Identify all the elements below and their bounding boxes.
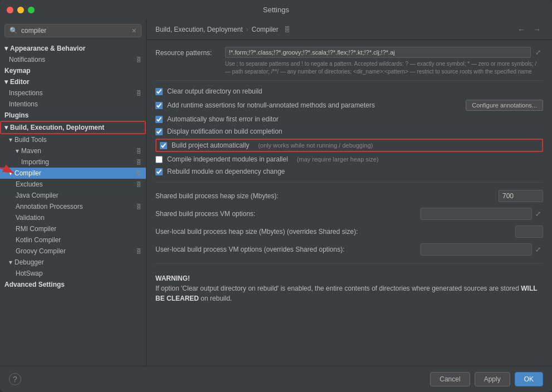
sidebar-item-label: Plugins [4,111,28,119]
divider-1 [155,80,543,81]
sidebar-item-compiler[interactable]: ▾ Compiler 🗄 [0,168,146,179]
sidebar-item-label: Debugger [14,258,44,266]
sidebar-item-importing[interactable]: Importing 🗄 [0,156,146,168]
compile-parallel-note: (may require larger heap size) [297,156,379,163]
sidebar-item-label: Notifications [9,56,45,63]
sidebar-item-keymap[interactable]: Keymap [0,65,146,76]
local-heap-input[interactable] [515,226,543,238]
breadcrumb-icon: 🗄 [284,26,290,33]
cancel-button[interactable]: Cancel [430,372,470,386]
vm-options-label: Shared build process VM options: [155,210,415,218]
local-heap-label: User-local build process heap size (Mbyt… [155,228,510,236]
local-vm-expand-button[interactable]: ⤢ [533,244,543,254]
sidebar-item-notifications[interactable]: Notifications 🗄 [0,54,146,65]
sidebar-item-debugger[interactable]: ▾ Debugger [0,257,146,268]
sidebar-item-label: Keymap [4,67,31,75]
checkbox-display-notification: Display notification on build completion [155,125,543,138]
resource-patterns-input[interactable] [225,47,531,58]
forward-button[interactable]: → [531,25,543,34]
expand-button[interactable]: ⤢ [533,47,543,57]
sidebar-item-intentions[interactable]: Intentions [0,99,146,110]
vm-options-input[interactable] [421,208,532,220]
apply-button[interactable]: Apply [475,372,510,386]
sidebar-item-excludes[interactable]: Excludes 🗄 [0,179,146,190]
sidebar-item-label: Intentions [9,100,38,108]
checkbox-compile-parallel-input[interactable] [155,156,163,163]
sidebar-item-bed[interactable]: ▾ Build, Execution, Deployment [0,121,146,134]
checkbox-add-assertions-label: Add runtime assertions for notnull-annot… [167,101,375,109]
checkbox-build-auto-input[interactable] [160,142,167,149]
repo-icon: 🗄 [136,182,141,188]
sidebar-item-label: Editor [10,78,30,86]
build-auto-note: (only works while not running / debuggin… [258,142,373,149]
search-icon: 🔍 [9,27,18,35]
checkbox-rebuild-dep: Rebuild module on dependency change [155,165,543,178]
local-heap-row: User-local build process heap size (Mbyt… [155,223,543,241]
sidebar-item-kotlin-compiler[interactable]: Kotlin Compiler [0,234,146,246]
checkbox-compile-parallel: Compile independent modules in parallel … [155,153,543,165]
ok-button[interactable]: OK [515,372,543,386]
back-button[interactable]: ← [515,25,527,34]
sidebar-item-build-tools[interactable]: ▾ Build Tools [0,134,146,145]
heap-size-input[interactable] [499,190,543,202]
sidebar-item-label: Validation [16,214,45,222]
bottom-bar: ? Cancel Apply OK [0,366,552,392]
checkbox-clear-output: Clear output directory on rebuild [155,85,543,97]
resource-input-row: ⤢ [225,47,543,58]
warning-title: WARNING! [155,273,543,283]
minimize-button[interactable] [17,7,24,13]
sidebar-item-editor[interactable]: ▾ Editor [0,76,146,87]
checkbox-display-notification-input[interactable] [155,128,163,135]
sidebar-item-validation[interactable]: Validation [0,212,146,223]
sidebar-item-advanced-settings[interactable]: Advanced Settings [0,279,146,290]
sidebar-item-rmi-compiler[interactable]: RMI Compiler [0,223,146,234]
local-vm-input[interactable] [421,243,532,256]
sidebar-item-label: HotSwap [16,270,43,277]
heap-size-row: Shared build process heap size (Mbytes): [155,187,543,205]
heap-size-label: Shared build process heap size (Mbytes): [155,192,493,200]
resource-patterns-hint: Use ; to separate patterns and ! to nega… [225,60,543,76]
resource-patterns-wrap: ⤢ Use ; to separate patterns and ! to ne… [225,47,543,76]
divider-3 [155,263,543,263]
sidebar-item-plugins[interactable]: Plugins [0,110,146,121]
search-clear-button[interactable]: ✕ [131,27,136,35]
vm-options-row: Shared build process VM options: ⤢ [155,205,543,223]
vm-options-expand-button[interactable]: ⤢ [533,209,543,219]
checkbox-rebuild-dep-input[interactable] [155,168,163,175]
sidebar-item-label: Excludes [16,180,43,188]
checkbox-show-first-error-input[interactable] [155,116,163,123]
repo-icon: 🗄 [136,170,141,177]
sidebar-item-annotation-processors[interactable]: Annotation Processors 🗄 [0,201,146,212]
search-box[interactable]: 🔍 ✕ [4,24,141,37]
help-button[interactable]: ? [9,373,21,385]
warning-text: If option 'Clear output directory on reb… [155,283,543,303]
sidebar-item-label: Build Tools [14,136,47,144]
sidebar-item-maven[interactable]: ▾ Maven 🗄 [0,145,146,156]
checkbox-add-assertions-input[interactable] [155,102,163,109]
checkbox-clear-output-label: Clear output directory on rebuild [167,87,262,95]
breadcrumb-separator: › [246,26,248,33]
sidebar-item-hotswap[interactable]: HotSwap [0,268,146,279]
sidebar-item-label: Build, Execution, Deployment [10,124,104,131]
search-input[interactable] [21,27,128,35]
sidebar-item-inspections[interactable]: Inspections 🗄 [0,87,146,99]
checkbox-clear-output-input[interactable] [155,88,163,95]
arrow-icon: ▾ [9,169,12,177]
sidebar-item-label: Appearance & Behavior [10,45,85,52]
local-vm-row: User-local build process VM options (ove… [155,241,543,258]
settings-dialog: Settings 🔍 ✕ ▾ Appearance & Behavior Not… [0,0,552,392]
breadcrumb-current: Compiler [252,26,279,33]
vm-options-input-wrap: ⤢ [421,208,543,220]
sidebar-item-label: RMI Compiler [16,225,56,233]
sidebar-item-java-compiler[interactable]: Java Compiler [0,190,146,201]
close-button[interactable] [7,7,13,13]
configure-annotations-button[interactable]: Configure annotations... [466,100,543,111]
sidebar: 🔍 ✕ ▾ Appearance & Behavior Notification… [0,19,146,366]
sidebar-item-compiler-wrap: ▾ Compiler 🗄 [0,168,146,179]
breadcrumb-bar: Build, Execution, Deployment › Compiler … [146,19,552,40]
arrow-icon: ▾ [4,124,8,131]
sidebar-item-appearance[interactable]: ▾ Appearance & Behavior [0,43,146,54]
sidebar-item-groovy-compiler[interactable]: Groovy Compiler 🗄 [0,246,146,257]
repo-icon: 🗄 [136,90,141,96]
maximize-button[interactable] [28,7,35,13]
